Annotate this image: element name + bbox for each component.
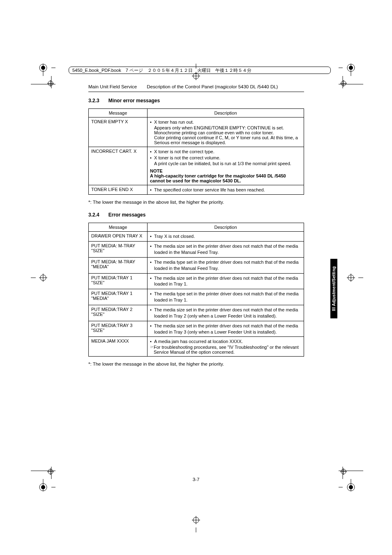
table-row: MEDIA JAM XXXX A media jam has occurred … xyxy=(89,337,304,357)
crop-mark-bottom-left-icon xyxy=(31,467,55,491)
table-row: PUT MEDIA:TRAY 1 "SIZE"The media size se… xyxy=(89,273,304,289)
pointer-icon: ☞ xyxy=(150,345,154,355)
header-strip-text: 5450_E.book_PDF.book 7 ページ ２００５年４月１２日 火曜… xyxy=(72,67,251,74)
section-324-heading: 3.2.4 Error messages xyxy=(88,212,304,218)
header-strip: 5450_E.book_PDF.book 7 ページ ２００５年４月１２日 火曜… xyxy=(69,67,331,74)
crop-mark-bottom-right-icon xyxy=(339,467,363,491)
crop-mark-bottom-mid-icon xyxy=(192,516,200,532)
crop-mark-top-left-icon xyxy=(31,64,55,88)
section-title: Error messages xyxy=(108,212,146,218)
section-number: 3.2.4 xyxy=(88,212,99,218)
table-row: TONER LIFE END X The specified color ton… xyxy=(89,185,304,195)
table-row: MessageDescription xyxy=(89,109,304,117)
minor-error-table: MessageDescription TONER EMPTY X X toner… xyxy=(88,108,304,195)
content-area: Main Unit Field Service Description of t… xyxy=(88,84,304,374)
table-row: DRAWER OPEN TRAY XTray X is not closed. xyxy=(89,232,304,242)
page: 5450_E.book_PDF.book 7 ページ ２００５年４月１２日 火曜… xyxy=(0,0,392,555)
table-row: MessageDescription xyxy=(89,223,304,232)
crop-mark-right-mid-icon xyxy=(347,274,363,282)
table-row: PUT MEDIA:TRAY 3 "SIZE"The media size se… xyxy=(89,321,304,337)
desc-cell: X toner is not the correct type. X toner… xyxy=(148,147,304,185)
page-number: 3-7 xyxy=(193,477,200,482)
section-tab: III Adjustment/Setting xyxy=(330,259,337,318)
crop-mark-left-mid-icon xyxy=(31,274,47,282)
section-number: 3.2.3 xyxy=(88,98,99,104)
col-description: Description xyxy=(148,223,304,232)
table-row: PUT MEDIA:TRAY 2 "SIZE"The media size se… xyxy=(89,305,304,321)
priority-note-1: *: The lower the message in the above li… xyxy=(88,200,304,205)
section-title: Minor error messages xyxy=(108,98,160,104)
msg-cell: TONER LIFE END X xyxy=(89,185,148,195)
error-table: MessageDescription DRAWER OPEN TRAY XTra… xyxy=(88,223,304,357)
msg-cell: TONER EMPTY X xyxy=(89,117,148,147)
desc-cell: X toner has run out. Appears only when E… xyxy=(148,117,304,147)
col-description: Description xyxy=(148,109,304,117)
running-head: Main Unit Field Service Description of t… xyxy=(88,84,304,89)
table-row: INCORRECT CART. X X toner is not the cor… xyxy=(89,147,304,185)
table-row: PUT MEDIA:TRAY 1 "MEDIA"The media type s… xyxy=(89,289,304,305)
priority-note-2: *: The lower the message in the above li… xyxy=(88,362,304,366)
table-row: PUT MEDIA: M-TRAY "MEDIA"The media type … xyxy=(89,257,304,273)
table-row: TONER EMPTY X X toner has run out. Appea… xyxy=(89,117,304,147)
col-message: Message xyxy=(89,223,148,232)
runhead-right: Description of the Control Panel (magico… xyxy=(147,84,278,89)
section-323-heading: 3.2.3 Minor error messages xyxy=(88,98,304,104)
table-row: PUT MEDIA: M-TRAY "SIZE"The media size s… xyxy=(89,242,304,258)
runhead-rule xyxy=(88,92,304,92)
msg-cell: INCORRECT CART. X xyxy=(89,147,148,185)
crop-mark-top-right-icon xyxy=(339,64,363,88)
desc-cell: The specified color toner service life h… xyxy=(148,185,304,195)
runhead-left: Main Unit Field Service xyxy=(88,84,137,89)
col-message: Message xyxy=(89,109,148,117)
